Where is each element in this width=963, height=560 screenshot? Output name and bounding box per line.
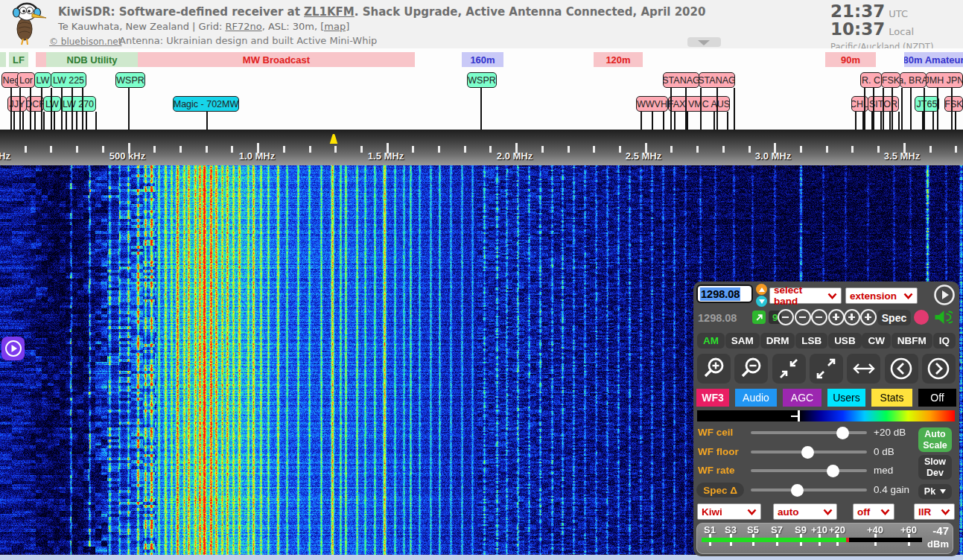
station-label-stanag[interactable]: STANAG [663,72,699,88]
page-down-frequency-button[interactable] [885,354,918,384]
iir-select[interactable]: IIR [914,503,955,520]
mode-cw-button[interactable]: CW [862,333,891,349]
tab-agc[interactable]: AGC [783,389,821,407]
slow-device-button[interactable]: SlowDev [918,455,952,480]
pan-spectrum-button[interactable] [847,354,880,384]
minus-icon [799,316,806,318]
station-label-fax-vmc-aus[interactable]: FAX VMC AUS [668,96,730,112]
step-minus-button[interactable] [778,309,794,325]
extension-select[interactable]: extension [845,287,918,304]
waterfall-colormap-bar[interactable] [697,410,955,421]
frequency-scale[interactable]: Hz500 kHz1.0 MHz1.5 MHz2.0 MHz2.5 MHz3.0… [0,130,963,165]
tab-wf3[interactable]: WF3 [696,389,729,407]
peak-button[interactable]: Pk [918,484,952,499]
panel-tabs: WF3AudioAGCUsersStatsOff [693,389,959,407]
label-stem [955,112,956,130]
station-label-magic-702mw[interactable]: Magic - 702MW [173,96,239,112]
kiwi-select[interactable]: Kiwi [697,503,761,520]
station-label-fsk[interactable]: FSK [881,72,900,88]
label-stem [86,112,87,130]
panel-play-button[interactable] [933,284,956,309]
station-label-fsk[interactable]: FSK [944,96,963,112]
frequency-up-button[interactable] [756,284,767,295]
play-icon [4,340,22,357]
station-label-lw[interactable]: LW [43,96,61,112]
label-stem [871,112,873,130]
slider-knob-wf-floor[interactable] [801,446,814,459]
slider-track-spec[interactable] [751,489,867,491]
zoom-in-button[interactable] [697,354,731,384]
step-plus-button[interactable] [860,309,877,325]
zoom-out-max-button[interactable] [810,354,843,384]
off-select[interactable]: off [853,503,894,520]
spec-delta-button[interactable]: Spec Δ [696,483,744,497]
mode-drm-button[interactable]: DRM [760,333,795,349]
passband-marker[interactable] [325,134,342,144]
callsign-link[interactable]: ZL1KFM [304,5,355,19]
band-ndb-utility[interactable]: NDB Utility [46,52,138,67]
mute-button[interactable] [933,308,953,329]
spec-button[interactable]: Spec [877,310,911,325]
band-mw-broadcast[interactable]: MW Broadcast [138,52,415,67]
station-label-jt65[interactable]: JT65 [915,96,939,112]
station-label-lor[interactable]: Lor [17,72,35,88]
link-button[interactable] [752,311,766,324]
auto-scale-button[interactable]: AutoScale [918,427,952,452]
mode-sam-button[interactable]: SAM [725,333,760,349]
tab-audio[interactable]: Audio [735,389,777,407]
band-80m-amateur[interactable]: 80m Amateur [904,52,963,67]
map-link[interactable]: [map] [320,21,349,32]
slider-knob-spec[interactable] [791,484,804,497]
station-label-wspr[interactable]: WSPR [115,72,145,88]
credit-link[interactable]: © bluebison.net [49,36,121,47]
slider-track-wf-ceil[interactable] [751,431,867,434]
slider-track-wf-rate[interactable] [751,469,867,472]
collapse-topbar-button[interactable] [687,37,721,47]
audio-start-button[interactable] [1,337,25,360]
tab-stats[interactable]: Stats [871,389,912,407]
station-label-lw-270[interactable]: LW 270 [60,96,96,112]
scale-minor-tick [541,146,544,153]
station-label-lw[interactable]: LW [34,72,51,88]
station-label-r-c[interactable]: R. C [860,72,882,88]
band-select[interactable]: select band [769,287,842,304]
station-label-stanag[interactable]: STANAG [699,72,735,88]
mode-lsb-button[interactable]: LSB [795,333,827,349]
slider-label-wf-rate: WF rate [698,465,735,476]
tab-users[interactable]: Users [827,389,865,407]
record-button[interactable] [914,310,929,325]
slider-knob-wf-rate[interactable] [827,465,839,477]
zoom-out-button[interactable] [734,354,768,384]
station-label-wspr[interactable]: WSPR [467,72,497,88]
mode-usb-button[interactable]: USB [828,333,862,349]
tab-off[interactable]: Off [918,389,956,407]
slider-knob-wf-ceil[interactable] [836,427,849,439]
band-lf[interactable]: LF [9,52,28,67]
label-stem [10,88,12,130]
band-120m[interactable]: 120m [594,52,643,67]
mode-am-button[interactable]: AM [697,333,725,349]
label-stem [54,112,55,130]
band-160m[interactable]: 160m [462,52,503,67]
frequency-input[interactable]: 1298.08 [696,284,753,303]
step-plus-button[interactable] [844,309,860,325]
grid-link[interactable]: RF72no [225,21,261,32]
frequency-down-button[interactable] [756,296,767,307]
station-label-jmh-jpn[interactable]: JMH JPN [926,72,963,88]
auto-select[interactable]: auto [773,503,837,520]
page-up-frequency-button[interactable] [922,354,956,384]
band-90m[interactable]: 90m [825,52,876,67]
station-label-wwvh[interactable]: WWVH [636,96,668,112]
step-minus-button[interactable] [795,309,811,325]
mode-nbfm-button[interactable]: NBFM [892,333,932,349]
step-plus-button[interactable] [828,309,845,325]
mode-iq-button[interactable]: IQ [933,333,956,349]
station-label-chu[interactable]: CHU [851,96,868,112]
step-minus-button[interactable] [811,309,827,325]
station-label-a-bra[interactable]: a, BRA [900,72,927,88]
band-blank[interactable] [36,52,46,67]
label-stem [71,88,73,130]
zoom-to-passband-button[interactable] [772,354,806,384]
station-label-lw-225[interactable]: LW 225 [51,72,86,88]
band-blank[interactable] [0,52,6,67]
